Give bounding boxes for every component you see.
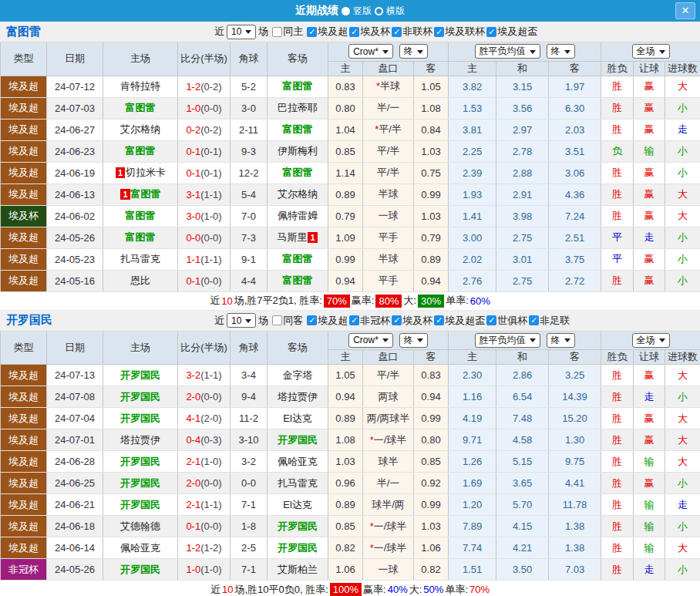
checkbox-icon[interactable]	[272, 315, 282, 325]
team-label: 富图雷	[283, 80, 313, 92]
goals-result-cell: 小	[665, 227, 700, 248]
checkbox-icon[interactable]: ✓	[486, 315, 496, 325]
goals-result-cell: 小	[665, 162, 700, 184]
corner-cell: 11-2	[231, 408, 268, 429]
avg-draw-cell: 3.56	[496, 97, 549, 119]
home-team-cell: 富图雷	[103, 97, 178, 119]
league-filter[interactable]: ✓非冠杯	[349, 314, 390, 328]
halftime-score: (1-1)	[200, 369, 221, 381]
league-filter[interactable]: ✓非联杯	[392, 25, 432, 39]
league-filter[interactable]: ✓埃及超	[307, 314, 348, 328]
table-row: 埃及超24-07-08开罗国民2-0(0-0)9-4塔拉贾伊0.94两球0.94…	[1, 386, 700, 408]
odds-final-select[interactable]: 终	[399, 44, 428, 59]
avg-select[interactable]: 胜平负均值	[475, 44, 540, 59]
avg-lose-cell: 2.72	[549, 270, 601, 291]
checkbox-icon[interactable]: ✓	[486, 27, 496, 37]
table-row: 埃及超24-06-25开罗国民2-0(0-0)0-0扎马雷克0.96半/一0.9…	[1, 473, 700, 494]
checkbox-icon[interactable]: ✓	[434, 27, 444, 37]
halftime-score: (0-3)	[200, 434, 221, 446]
bookmaker-select[interactable]: Crow*	[348, 44, 393, 59]
handicap-result-cell: 赢	[634, 97, 665, 119]
home-team-cell: 开罗国民	[103, 494, 178, 516]
league-filter[interactable]: ✓世俱杯	[486, 314, 527, 328]
same-venue-filter[interactable]: 同客	[272, 314, 303, 328]
match-count-select[interactable]: 10	[227, 25, 256, 39]
checkbox-icon[interactable]: ✓	[392, 315, 402, 325]
checkbox-icon[interactable]: ✓	[434, 315, 444, 325]
league-filter[interactable]: ✓埃及杯	[392, 314, 432, 328]
goals-result-cell: 大	[665, 184, 700, 205]
horizontal-radio-label[interactable]: 横版	[386, 5, 405, 18]
fulltime-score: 1-0	[186, 564, 200, 575]
handicap-result-cell: 输	[634, 494, 665, 516]
avg-win-cell: 2.39	[449, 162, 496, 184]
avg-final-select[interactable]: 终	[547, 44, 575, 59]
table-row: 埃及超24-06-14佩哈亚克1-2(1-2)2-5开罗国民0.82*一/球半1…	[1, 537, 700, 559]
checkbox-icon[interactable]: ✓	[307, 27, 317, 37]
halftime-score: (0-1)	[200, 167, 221, 179]
result-cell: 胜	[601, 162, 634, 184]
type-cell: 埃及杯	[1, 205, 47, 227]
fulltime-score: 4-1	[186, 412, 200, 424]
checkbox-icon[interactable]: ✓	[529, 315, 539, 325]
league-filter[interactable]: ✓非足联	[529, 314, 570, 328]
fullmatch-select[interactable]: 全场	[632, 44, 670, 59]
avg-group-header: 胜平负均值 终	[449, 42, 601, 61]
halftime-score: (0-0)	[200, 391, 221, 402]
date-cell: 24-05-26	[47, 227, 103, 248]
close-button[interactable]: ✕	[675, 2, 695, 19]
league-filter[interactable]: ✓埃及联杯	[434, 25, 485, 39]
sub-col-avg-win: 主	[449, 61, 496, 76]
avg-final-select[interactable]: 终	[547, 333, 575, 348]
sub-col-handicap: 盘口	[363, 350, 414, 365]
date-cell: 24-06-28	[47, 451, 103, 473]
corner-cell: 1-8	[231, 516, 268, 537]
home-team-cell: 扎马雷克	[103, 248, 178, 270]
match-count-select[interactable]: 10	[227, 313, 256, 328]
league-filter[interactable]: ✓埃及超盃	[434, 314, 485, 328]
halftime-score: (0-0)	[200, 232, 221, 244]
avg-lose-cell: 4.36	[549, 184, 601, 205]
same-venue-filter[interactable]: 同主	[272, 25, 303, 39]
score-cell: 0-1(0-1)	[178, 140, 231, 162]
league-filter[interactable]: ✓埃及超盃	[486, 25, 537, 39]
checkbox-icon[interactable]: ✓	[307, 315, 317, 325]
sub-col-away-odds: 客	[414, 350, 449, 365]
handicap-cell: 半/一	[363, 473, 414, 494]
team-label: 艾尔格纳	[120, 123, 160, 135]
league-filter[interactable]: ✓埃及超	[307, 25, 348, 39]
league-filter-label: 埃及杯	[402, 314, 432, 328]
horizontal-radio-icon[interactable]	[375, 7, 383, 15]
vertical-radio-icon[interactable]	[342, 7, 350, 15]
card-badge: 1	[120, 189, 130, 200]
score-cell: 3-1(1-1)	[178, 184, 231, 205]
away-team-cell: 扎马雷克	[268, 473, 328, 494]
avg-draw-cell: 2.86	[496, 365, 549, 386]
home-odds-cell: 0.82	[328, 537, 363, 559]
checkbox-icon[interactable]: ✓	[349, 27, 359, 37]
handicap-cell: *一/球半	[363, 516, 414, 537]
avg-select[interactable]: 胜平负均值	[475, 333, 540, 348]
chevron-down-icon	[530, 338, 536, 345]
avg-win-cell: 1.93	[449, 184, 496, 205]
fullmatch-select[interactable]: 全场	[632, 333, 670, 348]
team-label: 开罗国民	[120, 391, 160, 402]
summary-part: 60%	[470, 295, 490, 307]
handicap-result-cell: 赢	[634, 205, 665, 227]
bookmaker-select[interactable]: Crow*	[348, 333, 393, 348]
home-team-cell: 塔拉贾伊	[103, 429, 178, 451]
sub-col-home-odds: 主	[328, 61, 363, 76]
home-team-cell: 恩比	[103, 270, 178, 291]
avg-draw-cell: 6.54	[496, 386, 549, 408]
league-filter-label: 埃及超盃	[445, 314, 485, 328]
score-cell: 2-0(0-0)	[178, 473, 231, 494]
league-filter[interactable]: ✓埃及杯	[349, 25, 390, 39]
checkbox-icon[interactable]	[272, 27, 282, 37]
halftime-score: (1-1)	[200, 499, 221, 510]
vertical-radio-label[interactable]: 竖版	[353, 5, 372, 18]
card-badge: 1	[116, 167, 125, 178]
odds-final-select[interactable]: 终	[399, 333, 428, 348]
checkbox-icon[interactable]: ✓	[392, 27, 402, 37]
checkbox-icon[interactable]: ✓	[349, 315, 359, 325]
score-cell: 1-2(0-2)	[178, 76, 231, 97]
